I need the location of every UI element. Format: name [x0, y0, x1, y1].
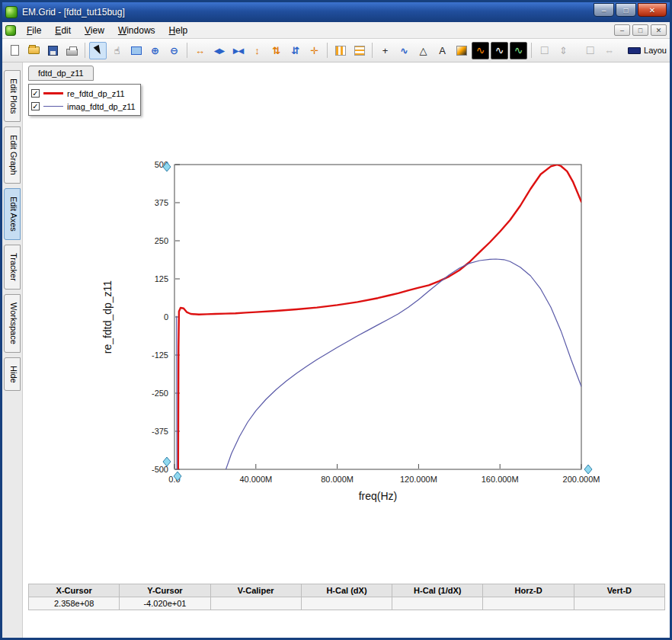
toolbar-separator	[327, 43, 328, 58]
vert-d-value	[574, 597, 665, 610]
h-cal-1dx-value	[392, 597, 483, 610]
sidebar-tab-edit-axes[interactable]: Edit Axes	[4, 188, 21, 240]
rows-view-icon	[354, 46, 365, 56]
toolbar-separator	[531, 43, 532, 58]
legend-checkbox-re[interactable]: ✓	[31, 89, 40, 98]
sidebar-tab-edit-plots[interactable]: Edit Plots	[4, 70, 21, 122]
menu-edit[interactable]: Edit	[49, 24, 77, 37]
toolbar-separator	[187, 43, 187, 58]
sidebar-tab-workspace[interactable]: Workspace	[4, 294, 21, 353]
svg-text:200.000M: 200.000M	[563, 475, 600, 484]
svg-text:40.000M: 40.000M	[239, 475, 272, 484]
waveform-1-button[interactable]: ∿	[472, 42, 489, 59]
col-v-caliper: V-Caliper	[211, 584, 302, 597]
app-window: EM.Grid - [fdtd_tut15bug] – □ ✕ File Edi…	[0, 0, 672, 640]
col-vert-d: Vert-D	[574, 584, 665, 597]
colormap-button[interactable]	[453, 42, 470, 59]
save-button[interactable]	[44, 42, 62, 59]
scroll-y-button[interactable]: ⇅	[267, 42, 285, 59]
svg-text:120.000M: 120.000M	[400, 475, 437, 484]
rows-view-button[interactable]	[350, 42, 368, 59]
col-h-cal-1dx: H-Cal (1/dX)	[392, 584, 483, 597]
print-icon	[66, 49, 78, 56]
layout-button[interactable]: Layou	[628, 46, 667, 55]
new-document-icon	[11, 45, 19, 56]
svg-text:160.000M: 160.000M	[482, 475, 519, 484]
slope-marker-button[interactable]: △	[414, 42, 432, 59]
legend-item: ✓ imag_fdtd_dp_z11	[31, 100, 136, 113]
legend-line-sample-imag	[43, 106, 63, 107]
layout-label: Layou	[644, 46, 667, 55]
document-tab[interactable]: fdtd_dp_z11	[28, 66, 94, 81]
menu-file[interactable]: File	[21, 24, 47, 37]
maximize-button[interactable]: □	[616, 3, 636, 17]
v-caliper-value	[211, 597, 302, 610]
sidebar-tab-tracker[interactable]: Tracker	[4, 245, 21, 290]
y-cursor-value: -4.020e+01	[120, 597, 210, 610]
menu-app-icon[interactable]	[5, 25, 16, 36]
title-bar[interactable]: EM.Grid - [fdtd_tut15bug] – □ ✕	[2, 2, 670, 22]
pointer-icon	[93, 45, 103, 56]
add-marker-button[interactable]: +	[376, 42, 394, 59]
mdi-window-controls: – □ ✕	[612, 24, 667, 36]
mdi-minimize-button[interactable]: –	[614, 24, 630, 36]
sidebar-tab-hide[interactable]: Hide	[4, 357, 21, 392]
menu-windows[interactable]: Windows	[112, 24, 162, 37]
waveform-3-button[interactable]: ∿	[510, 42, 527, 59]
zoom-out-button[interactable]: ⊖	[165, 42, 183, 59]
col-x-cursor: X-Cursor	[29, 584, 120, 597]
sync-v-check-button[interactable]: ☐	[536, 42, 553, 59]
toolbar: ☝ ⊕ ⊖ ↔ ◀▶ ▶◀ ↕ ⇅ ⇵ ✛ + ∿ △ A ∿ ∿ ∿ ☐ ⇕ …	[2, 39, 670, 62]
expand-y-button[interactable]: ↕	[248, 42, 266, 59]
legend-item: ✓ re_fdtd_dp_z11	[31, 87, 136, 100]
zoom-in-button[interactable]: ⊕	[146, 42, 164, 59]
minimize-button[interactable]: –	[594, 3, 614, 17]
sync-h-check-button[interactable]: ☐	[581, 42, 599, 59]
legend-checkbox-imag[interactable]: ✓	[31, 102, 40, 110]
x-cursor-value: 2.358e+08	[29, 597, 120, 610]
svg-text:re_fdtd_dp_z11: re_fdtd_dp_z11	[101, 280, 114, 354]
svg-text:-125: -125	[152, 350, 168, 360]
close-button[interactable]: ✕	[638, 3, 667, 17]
edit-curve-button[interactable]: ∿	[395, 42, 413, 59]
legend: ✓ re_fdtd_dp_z11 ✓ imag_fdtd_dp_z11	[28, 84, 141, 116]
plot-page: fdtd_dp_z11 ✓ re_fdtd_dp_z11 ✓ imag_fdtd…	[23, 62, 670, 638]
new-document-button[interactable]	[6, 42, 24, 59]
svg-text:250: 250	[155, 236, 168, 245]
cursor-table-value-row: 2.358e+08 -4.020e+01	[29, 597, 665, 610]
save-icon	[48, 46, 58, 56]
expand-x-button[interactable]: ↔	[191, 42, 209, 59]
menu-bar: File Edit View Windows Help – □ ✕	[2, 22, 670, 39]
cursor-table-header-row: X-Cursor Y-Cursor V-Caliper H-Cal (dX) H…	[29, 584, 665, 597]
legend-label-imag: imag_fdtd_dp_z11	[67, 102, 136, 111]
fit-all-button[interactable]: ✛	[306, 42, 323, 59]
layout-icon	[628, 47, 641, 54]
main-area: Edit Plots Edit Graph Edit Axes Tracker …	[2, 62, 670, 638]
svg-text:375: 375	[155, 198, 168, 207]
menu-view[interactable]: View	[78, 24, 110, 37]
toolbar-separator	[372, 43, 373, 58]
open-folder-icon	[28, 46, 40, 54]
sidebar-tab-edit-graph[interactable]: Edit Graph	[4, 126, 21, 184]
waveform-2-button[interactable]: ∿	[491, 42, 508, 59]
columns-view-icon	[335, 46, 346, 56]
zoom-window-button[interactable]	[127, 42, 145, 59]
horz-d-value	[483, 597, 574, 610]
shrink-x-button[interactable]: ▶◀	[229, 42, 247, 59]
mdi-close-button[interactable]: ✕	[651, 24, 667, 36]
menu-help[interactable]: Help	[163, 24, 194, 37]
sync-h-arrows-button[interactable]: ⇔	[600, 42, 618, 59]
columns-view-button[interactable]	[331, 42, 349, 59]
sync-v-arrows-button[interactable]: ⇕	[555, 42, 572, 59]
pointer-tool-button[interactable]	[89, 42, 107, 59]
shrink-y-button[interactable]: ⇵	[286, 42, 304, 59]
scroll-x-button[interactable]: ◀▶	[210, 42, 228, 59]
add-text-button[interactable]: A	[434, 42, 451, 59]
mdi-restore-button[interactable]: □	[632, 24, 648, 36]
window-controls: – □ ✕	[594, 2, 667, 22]
open-button[interactable]	[25, 42, 43, 59]
chart-svg[interactable]: 5003752501250-125-250-375-5000.040.000M8…	[96, 145, 629, 526]
pan-tool-button[interactable]: ☝	[108, 42, 126, 59]
svg-text:-250: -250	[152, 389, 168, 398]
print-button[interactable]	[63, 42, 81, 59]
